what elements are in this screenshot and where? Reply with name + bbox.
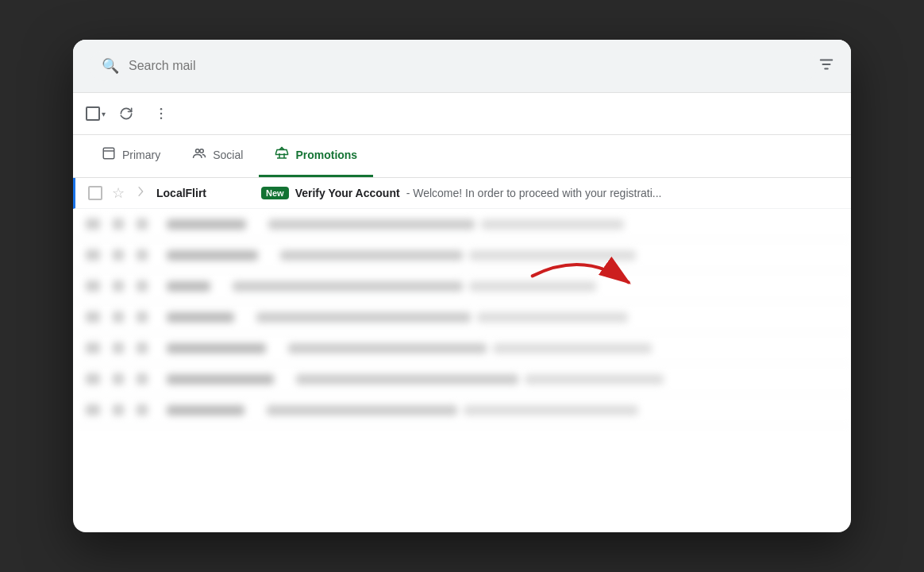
filter-icon[interactable] — [818, 56, 835, 77]
refresh-button[interactable] — [112, 99, 141, 128]
more-options-button[interactable] — [147, 99, 175, 128]
tab-promotions[interactable]: Promotions — [259, 135, 373, 177]
primary-tab-icon — [102, 146, 116, 164]
svg-point-3 — [160, 108, 163, 110]
table-row[interactable]: ☆ LocalFlirt New Verify Your Account - W… — [73, 178, 851, 209]
email-list: ☆ LocalFlirt New Verify Your Account - W… — [73, 178, 851, 532]
search-icon: 🔍 — [102, 57, 119, 75]
tab-social-label: Social — [213, 149, 243, 161]
list-item — [73, 302, 851, 333]
tabs-bar: Primary Social — [73, 135, 851, 178]
svg-point-8 — [196, 149, 200, 153]
list-item — [73, 271, 851, 302]
svg-point-5 — [160, 118, 163, 120]
list-item — [73, 364, 851, 395]
email-preview: - Welcome! In order to proceed with your… — [406, 187, 662, 199]
promotions-tab-icon — [275, 146, 289, 164]
search-bar[interactable]: 🔍 — [89, 51, 818, 81]
tab-promotions-label: Promotions — [295, 149, 357, 161]
row-checkbox[interactable] — [88, 186, 102, 200]
chevron-down-icon[interactable]: ▾ — [102, 110, 106, 118]
tab-primary[interactable]: Primary — [86, 135, 176, 177]
tab-social[interactable]: Social — [176, 135, 259, 177]
forward-icon[interactable] — [134, 185, 147, 201]
svg-point-4 — [160, 113, 163, 115]
svg-point-9 — [200, 149, 204, 153]
search-bar-area: 🔍 — [73, 40, 851, 93]
list-item — [73, 395, 851, 426]
select-all-dropdown[interactable]: ▾ — [86, 106, 106, 121]
sender-name: LocalFlirt — [156, 187, 252, 199]
search-input[interactable] — [129, 59, 805, 73]
list-item — [73, 333, 851, 364]
svg-rect-6 — [103, 148, 114, 159]
toolbar: ▾ — [73, 93, 851, 135]
email-content: New Verify Your Account - Welcome! In or… — [261, 187, 838, 199]
list-item — [73, 209, 851, 240]
star-icon[interactable]: ☆ — [112, 184, 125, 202]
email-subject: Verify Your Account — [295, 187, 400, 199]
new-badge: New — [261, 187, 289, 199]
tab-primary-label: Primary — [122, 149, 160, 161]
social-tab-icon — [192, 146, 206, 164]
select-all-checkbox[interactable] — [86, 106, 100, 121]
list-item — [73, 240, 851, 271]
main-content: Primary Social — [73, 135, 851, 532]
